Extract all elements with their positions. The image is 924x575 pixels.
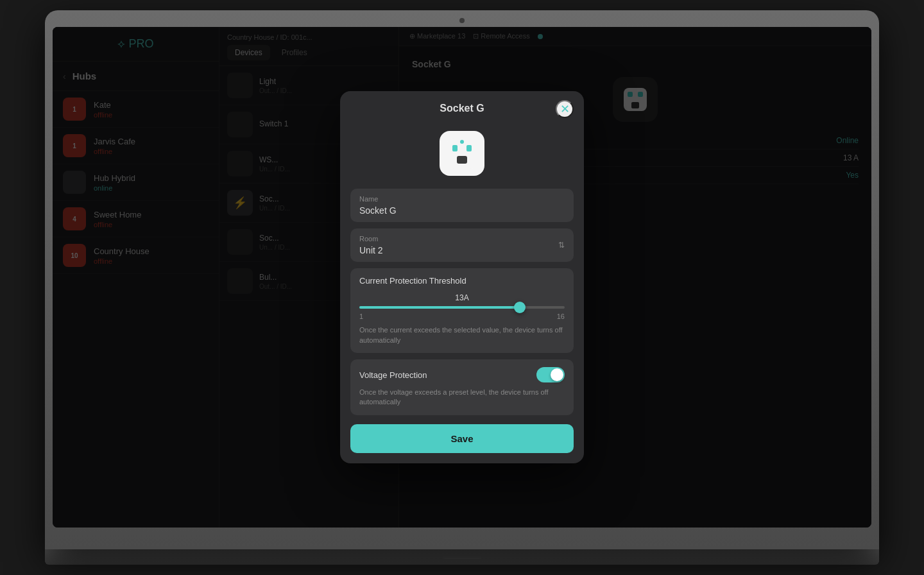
laptop-screen: ⟡ PRO ‹ Hubs 1 Kate offline	[53, 27, 871, 528]
modal-body: Name Socket G Room Unit 2	[340, 189, 584, 463]
svg-rect-7	[457, 156, 467, 164]
room-label: Room	[359, 235, 383, 243]
slider-max-label: 16	[557, 313, 565, 320]
room-field-group[interactable]: Room Unit 2 ⇅	[350, 228, 574, 262]
modal-backdrop: Socket G ✕	[53, 27, 871, 528]
laptop-camera	[459, 18, 465, 23]
trackpad-notch	[443, 555, 481, 559]
modal-header: Socket G ✕	[340, 91, 584, 121]
toggle-row: Voltage Protection	[359, 367, 565, 382]
svg-rect-5	[452, 145, 458, 151]
name-label: Name	[359, 195, 565, 203]
save-button[interactable]: Save	[350, 424, 574, 453]
name-value: Socket G	[359, 205, 565, 216]
slider-title: Current Protection Threshold	[359, 276, 565, 286]
socket-icon	[440, 131, 484, 176]
slider-fill	[359, 306, 520, 309]
voltage-toggle[interactable]	[536, 367, 565, 382]
current-protection-section: Current Protection Threshold 13A 1	[350, 268, 574, 353]
slider-description: Once the current exceeds the selected va…	[359, 325, 565, 345]
slider-track	[359, 306, 565, 309]
laptop-bottom-bar	[45, 549, 879, 565]
slider-min-label: 1	[359, 313, 363, 320]
room-field-row: Room Unit 2 ⇅	[359, 235, 565, 255]
slider-range-labels: 1 16	[359, 313, 565, 320]
modal-close-button[interactable]: ✕	[556, 100, 574, 118]
name-field-group[interactable]: Name Socket G	[350, 189, 574, 222]
voltage-protection-section: Voltage Protection Once the voltage exce…	[350, 359, 574, 415]
room-arrows-icon[interactable]: ⇅	[558, 241, 565, 250]
modal-device-icon-area	[340, 121, 584, 189]
modal-title: Socket G	[440, 103, 484, 114]
modal-dialog: Socket G ✕	[340, 91, 584, 463]
app-background: ⟡ PRO ‹ Hubs 1 Kate offline	[53, 27, 871, 528]
voltage-label: Voltage Protection	[359, 370, 427, 380]
toggle-knob	[551, 368, 563, 381]
svg-rect-6	[466, 145, 472, 151]
slider-thumb[interactable]	[514, 302, 526, 313]
slider-container	[359, 306, 565, 309]
voltage-description: Once the voltage exceeds a preset level,…	[359, 388, 565, 408]
laptop-shell: ⟡ PRO ‹ Hubs 1 Kate offline	[45, 10, 879, 549]
svg-point-8	[460, 140, 464, 144]
room-value: Unit 2	[359, 245, 383, 255]
slider-value-label: 13A	[359, 293, 565, 302]
